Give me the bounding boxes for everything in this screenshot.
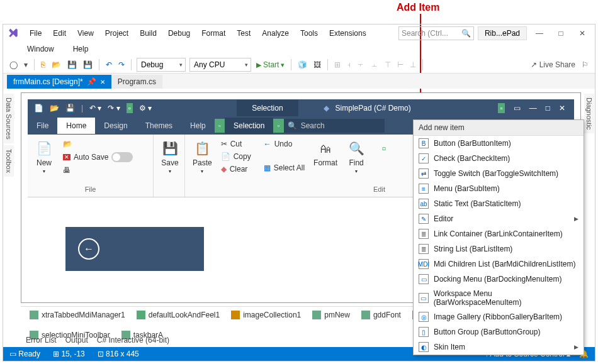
popup-item[interactable]: ◎Image Gallery (RibbonGalleryBarItem) <box>414 309 584 324</box>
doc-tab-frmmain[interactable]: frmMain.cs [Design]* 📌 ✕ <box>7 75 111 89</box>
open-icon[interactable]: 📂 <box>50 60 62 69</box>
open-button[interactable]: 📂 <box>60 138 135 150</box>
popup-item[interactable]: ⇄Toggle Switch (BarToggleSwitchItem) <box>414 166 584 181</box>
maximize-button[interactable]: □ <box>552 27 570 40</box>
ribbon-search-input[interactable]: 🔍 Search <box>284 119 385 133</box>
panel-diagnostic[interactable]: Diagnostic <box>584 94 594 133</box>
doc-tab-program[interactable]: Program.cs <box>111 75 162 89</box>
popup-item[interactable]: ≣Link Container (BarLinkContainerItem) <box>414 226 584 241</box>
ribbon-tab-design[interactable]: Design <box>95 118 136 134</box>
feedback-icon[interactable]: ⚐ <box>580 60 590 69</box>
nav-fwd-icon[interactable]: ▾ <box>23 60 29 69</box>
find-button[interactable]: 🔍Find▾ <box>344 138 369 175</box>
panel-data-sources[interactable]: Data Sources <box>4 94 14 143</box>
qat-new-icon[interactable]: 📄 <box>34 104 43 113</box>
save-button[interactable]: 💾Save▾ <box>157 138 183 175</box>
menu-help[interactable]: Help <box>68 42 94 56</box>
menu-view[interactable]: View <box>72 26 99 40</box>
tab-error-list[interactable]: Error List <box>26 336 57 348</box>
clear-button[interactable]: ◆Clear <box>218 163 254 175</box>
app-close-icon[interactable]: ✕ <box>559 104 565 113</box>
menu-debug[interactable]: Debug <box>163 26 195 40</box>
tray-item[interactable]: gddFont <box>361 311 401 319</box>
popup-item[interactable]: MDIMdi Children List (BarMdiChildrenList… <box>414 256 584 272</box>
back-arrow-icon[interactable]: ← <box>78 238 99 260</box>
close-tab-icon[interactable]: ✕ <box>100 79 105 85</box>
ribbon-tab-selection[interactable]: Selection <box>225 118 273 134</box>
qat-opt-icon[interactable]: ⚙ ▾ <box>139 104 152 113</box>
tray-item[interactable]: defaultLookAndFeel1 <box>137 311 220 319</box>
qat-open-icon[interactable]: 📂 <box>50 104 59 113</box>
new-button[interactable]: 📄New▾ <box>31 138 57 175</box>
tab-csharp-interactive[interactable]: C# Interactive (64-bit) <box>97 336 169 348</box>
tray-item[interactable]: pmNew <box>312 311 350 319</box>
redo-icon[interactable]: ↷ <box>117 60 126 69</box>
minimize-button[interactable]: — <box>531 27 548 40</box>
cut-button[interactable]: ✂Cut <box>218 138 254 150</box>
popup-item[interactable]: ◐Skin Item▶ <box>414 339 584 355</box>
tools-icon[interactable]: 🧊 <box>296 60 308 69</box>
qat-undo-icon[interactable]: ↶ ▾ <box>89 104 101 113</box>
copy-button[interactable]: 📄Copy <box>218 151 254 162</box>
quick-search-input[interactable]: Search (Ctrl... 🔍 <box>398 26 474 40</box>
item-label: Link Container (BarLinkContainerItem) <box>434 229 563 238</box>
paste-button[interactable]: 📋Paste▾ <box>189 138 216 175</box>
save-icon[interactable]: 💾 <box>66 60 78 69</box>
config-dropdown[interactable]: Debug <box>137 58 186 72</box>
menu-build[interactable]: Build <box>135 26 162 40</box>
app-min-icon[interactable]: — <box>529 104 537 113</box>
popup-item[interactable]: ✎Editor▶ <box>414 211 584 226</box>
menu-window[interactable]: Window <box>9 42 59 56</box>
menu-analyze[interactable]: Analyze <box>257 26 294 40</box>
live-share-button[interactable]: ↗ Live Share <box>529 60 577 69</box>
ribbon-tab-help[interactable]: Help <box>181 118 215 134</box>
tray-item[interactable]: imageCollection1 <box>231 311 301 319</box>
popup-item[interactable]: ▭Docking Menu (BarDockingMenuItem) <box>414 272 584 287</box>
menu-format[interactable]: Format <box>196 26 230 40</box>
menu-extensions[interactable]: Extensions <box>324 26 371 40</box>
undo-button[interactable]: ←Undo <box>261 138 307 150</box>
menu-file[interactable]: File <box>25 26 47 40</box>
autosave-button[interactable]: ✕Auto Save <box>60 151 135 163</box>
menu-edit[interactable]: Edit <box>48 26 71 40</box>
ribbon-tab-home[interactable]: Home <box>57 118 95 134</box>
pin-icon[interactable]: 📌 <box>87 77 96 86</box>
tab-output[interactable]: Output <box>65 336 88 348</box>
copy-icon: 📄 <box>221 152 230 161</box>
format-button[interactable]: 🗛Format <box>310 138 341 168</box>
platform-dropdown[interactable]: Any CPU <box>189 58 251 72</box>
qat-add-icon[interactable]: ▫ <box>127 103 133 113</box>
popup-item[interactable]: ▭Workspace Menu (BarWorkspaceMenuItem) <box>414 287 584 309</box>
qat-redo-icon[interactable]: ↷ ▾ <box>108 104 120 113</box>
print-button[interactable]: 🖶 <box>60 165 135 176</box>
menu-tools[interactable]: Tools <box>295 26 323 40</box>
popup-item[interactable]: abStatic Text (BarStaticItem) <box>414 196 584 211</box>
ribbon-add-tab-icon[interactable]: ▫ <box>215 119 225 133</box>
popup-item[interactable]: ≣String List (BarListItem) <box>414 241 584 256</box>
start-button[interactable]: ▶ Start ▾ <box>255 60 286 69</box>
save-all-icon[interactable]: 💾 <box>82 60 94 69</box>
nav-back-icon[interactable]: ◯ <box>8 60 19 69</box>
menu-project[interactable]: Project <box>100 26 133 40</box>
app-max-icon[interactable]: □ <box>546 104 550 113</box>
ribbon-tab-themes[interactable]: Themes <box>137 118 181 134</box>
popup-item[interactable]: BButton (BarButtonItem) <box>414 136 584 151</box>
selectall-button[interactable]: ▦Select All <box>261 162 307 174</box>
add-group-button[interactable]: ▫ <box>371 138 397 158</box>
tools2-icon[interactable]: 🖼 <box>312 60 322 69</box>
new-icon[interactable]: ⎘ <box>40 60 47 69</box>
menu-test[interactable]: Test <box>232 26 256 40</box>
ribbon-tab-file[interactable]: File <box>28 118 57 134</box>
app-opt-icon[interactable]: ▭ <box>514 104 521 113</box>
tray-item[interactable]: xtraTabbedMdiManager1 <box>30 311 125 319</box>
panel-toolbox[interactable]: Toolbox <box>4 145 14 177</box>
qat-save-icon[interactable]: 💾 <box>65 104 75 113</box>
app-add-item-icon[interactable]: ▫ <box>498 103 504 113</box>
ribbon-add-tab2-icon[interactable]: ▫ <box>273 119 283 133</box>
undo-icon[interactable]: ↶ <box>104 60 113 69</box>
autosave-toggle[interactable] <box>111 152 133 162</box>
popup-item[interactable]: ▯Button Group (BarButtonGroup) <box>414 324 584 339</box>
popup-item[interactable]: ✓Check (BarCheckItem) <box>414 151 584 166</box>
close-button[interactable]: ✕ <box>573 27 591 40</box>
popup-item[interactable]: ≡Menu (BarSubItem) <box>414 181 584 196</box>
